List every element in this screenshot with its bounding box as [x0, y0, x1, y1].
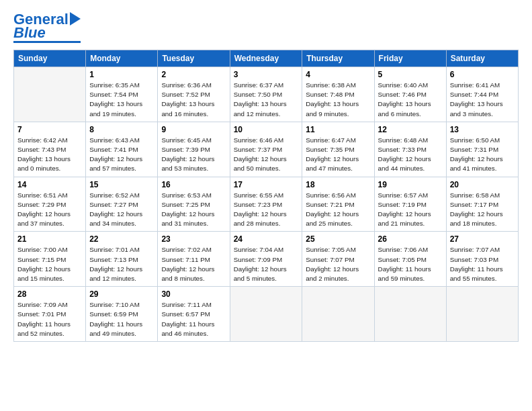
calendar-cell: 25Sunrise: 7:05 AMSunset: 7:07 PMDayligh…: [302, 232, 374, 287]
day-number: 1: [89, 70, 154, 79]
weekday-header-monday: Monday: [86, 50, 158, 67]
calendar-cell: 20Sunrise: 6:58 AMSunset: 7:17 PMDayligh…: [446, 177, 518, 232]
day-info: Sunrise: 6:36 AMSunset: 7:52 PMDaylight:…: [161, 81, 226, 119]
day-number: 3: [234, 70, 299, 79]
weekday-header-wednesday: Wednesday: [230, 50, 302, 67]
day-info: Sunrise: 7:05 AMSunset: 7:07 PMDaylight:…: [306, 245, 370, 283]
header: General Blue: [13, 12, 519, 43]
calendar-cell: 24Sunrise: 7:04 AMSunset: 7:09 PMDayligh…: [230, 232, 302, 287]
calendar-cell: 1Sunrise: 6:35 AMSunset: 7:54 PMDaylight…: [86, 67, 158, 122]
calendar-cell: 9Sunrise: 6:45 AMSunset: 7:39 PMDaylight…: [158, 122, 230, 177]
day-info: Sunrise: 6:42 AMSunset: 7:43 PMDaylight:…: [17, 136, 82, 174]
calendar-cell: 5Sunrise: 6:40 AMSunset: 7:46 PMDaylight…: [374, 67, 446, 122]
calendar-cell: 3Sunrise: 6:37 AMSunset: 7:50 PMDaylight…: [230, 67, 302, 122]
logo-blue-text: Blue: [13, 26, 46, 40]
day-number: 18: [306, 180, 370, 189]
day-info: Sunrise: 6:58 AMSunset: 7:17 PMDaylight:…: [450, 191, 515, 229]
calendar-cell: 28Sunrise: 7:09 AMSunset: 7:01 PMDayligh…: [14, 287, 86, 342]
day-info: Sunrise: 6:43 AMSunset: 7:41 PMDaylight:…: [89, 136, 154, 174]
calendar-cell: 18Sunrise: 6:56 AMSunset: 7:21 PMDayligh…: [302, 177, 374, 232]
day-number: 25: [306, 234, 370, 244]
day-number: 11: [306, 125, 370, 134]
day-number: 23: [161, 234, 226, 244]
day-info: Sunrise: 6:51 AMSunset: 7:29 PMDaylight:…: [17, 191, 82, 229]
day-number: 5: [378, 70, 443, 79]
day-info: Sunrise: 6:56 AMSunset: 7:21 PMDaylight:…: [306, 191, 370, 229]
day-number: 22: [89, 234, 154, 244]
day-number: 17: [234, 180, 299, 189]
day-number: 10: [234, 125, 299, 134]
day-info: Sunrise: 6:41 AMSunset: 7:44 PMDaylight:…: [450, 81, 515, 119]
day-number: 15: [89, 180, 154, 189]
calendar-cell: 22Sunrise: 7:01 AMSunset: 7:13 PMDayligh…: [86, 232, 158, 287]
calendar-cell: [14, 67, 86, 122]
day-number: 12: [378, 125, 443, 134]
day-number: 30: [161, 289, 226, 299]
calendar-cell: [446, 287, 518, 342]
week-row-5: 28Sunrise: 7:09 AMSunset: 7:01 PMDayligh…: [14, 287, 519, 342]
calendar-cell: 8Sunrise: 6:43 AMSunset: 7:41 PMDaylight…: [86, 122, 158, 177]
day-info: Sunrise: 7:10 AMSunset: 6:59 PMDaylight:…: [89, 300, 154, 338]
calendar-cell: 29Sunrise: 7:10 AMSunset: 6:59 PMDayligh…: [86, 287, 158, 342]
day-info: Sunrise: 7:01 AMSunset: 7:13 PMDaylight:…: [89, 245, 154, 283]
day-info: Sunrise: 7:11 AMSunset: 6:57 PMDaylight:…: [161, 300, 226, 338]
day-info: Sunrise: 7:02 AMSunset: 7:11 PMDaylight:…: [161, 245, 226, 283]
calendar-cell: 10Sunrise: 6:46 AMSunset: 7:37 PMDayligh…: [230, 122, 302, 177]
weekday-header-tuesday: Tuesday: [158, 50, 230, 67]
week-row-2: 7Sunrise: 6:42 AMSunset: 7:43 PMDaylight…: [14, 122, 519, 177]
day-info: Sunrise: 6:45 AMSunset: 7:39 PMDaylight:…: [161, 136, 226, 174]
day-info: Sunrise: 6:47 AMSunset: 7:35 PMDaylight:…: [306, 136, 370, 174]
day-number: 8: [89, 125, 154, 134]
weekday-header-saturday: Saturday: [446, 50, 518, 67]
day-info: Sunrise: 6:53 AMSunset: 7:25 PMDaylight:…: [161, 191, 226, 229]
day-info: Sunrise: 7:04 AMSunset: 7:09 PMDaylight:…: [234, 245, 299, 283]
calendar-cell: [302, 287, 374, 342]
day-info: Sunrise: 6:37 AMSunset: 7:50 PMDaylight:…: [234, 81, 299, 119]
day-info: Sunrise: 6:46 AMSunset: 7:37 PMDaylight:…: [234, 136, 299, 174]
calendar-cell: 6Sunrise: 6:41 AMSunset: 7:44 PMDaylight…: [446, 67, 518, 122]
weekday-header-thursday: Thursday: [302, 50, 374, 67]
weekday-header-row: SundayMondayTuesdayWednesdayThursdayFrid…: [14, 50, 519, 67]
calendar-cell: 16Sunrise: 6:53 AMSunset: 7:25 PMDayligh…: [158, 177, 230, 232]
calendar-cell: [230, 287, 302, 342]
calendar-cell: 7Sunrise: 6:42 AMSunset: 7:43 PMDaylight…: [14, 122, 86, 177]
calendar-cell: 17Sunrise: 6:55 AMSunset: 7:23 PMDayligh…: [230, 177, 302, 232]
day-info: Sunrise: 6:52 AMSunset: 7:27 PMDaylight:…: [89, 191, 154, 229]
day-info: Sunrise: 6:55 AMSunset: 7:23 PMDaylight:…: [234, 191, 299, 229]
calendar-cell: 21Sunrise: 7:00 AMSunset: 7:15 PMDayligh…: [14, 232, 86, 287]
day-info: Sunrise: 6:57 AMSunset: 7:19 PMDaylight:…: [378, 191, 443, 229]
calendar-cell: 23Sunrise: 7:02 AMSunset: 7:11 PMDayligh…: [158, 232, 230, 287]
day-info: Sunrise: 7:07 AMSunset: 7:03 PMDaylight:…: [450, 245, 515, 283]
day-number: 24: [234, 234, 299, 244]
calendar-cell: 14Sunrise: 6:51 AMSunset: 7:29 PMDayligh…: [14, 177, 86, 232]
logo-arrow-icon: [70, 12, 81, 26]
calendar-cell: 12Sunrise: 6:48 AMSunset: 7:33 PMDayligh…: [374, 122, 446, 177]
day-info: Sunrise: 7:09 AMSunset: 7:01 PMDaylight:…: [17, 300, 82, 338]
day-number: 26: [378, 234, 443, 244]
day-info: Sunrise: 6:50 AMSunset: 7:31 PMDaylight:…: [450, 136, 515, 174]
calendar-cell: 15Sunrise: 6:52 AMSunset: 7:27 PMDayligh…: [86, 177, 158, 232]
day-number: 16: [161, 180, 226, 189]
logo: General Blue: [13, 12, 81, 43]
day-number: 13: [450, 125, 515, 134]
page: General Blue SundayMondayTuesdayWednesda…: [0, 0, 532, 350]
day-info: Sunrise: 6:38 AMSunset: 7:48 PMDaylight:…: [306, 81, 370, 119]
day-number: 2: [161, 70, 226, 79]
calendar-cell: 19Sunrise: 6:57 AMSunset: 7:19 PMDayligh…: [374, 177, 446, 232]
calendar-cell: 4Sunrise: 6:38 AMSunset: 7:48 PMDaylight…: [302, 67, 374, 122]
calendar-cell: [374, 287, 446, 342]
day-info: Sunrise: 7:06 AMSunset: 7:05 PMDaylight:…: [378, 245, 443, 283]
calendar-cell: 26Sunrise: 7:06 AMSunset: 7:05 PMDayligh…: [374, 232, 446, 287]
day-number: 27: [450, 234, 515, 244]
day-number: 7: [17, 125, 82, 134]
day-info: Sunrise: 7:00 AMSunset: 7:15 PMDaylight:…: [17, 245, 82, 283]
calendar-cell: 27Sunrise: 7:07 AMSunset: 7:03 PMDayligh…: [446, 232, 518, 287]
week-row-4: 21Sunrise: 7:00 AMSunset: 7:15 PMDayligh…: [14, 232, 519, 287]
day-info: Sunrise: 6:35 AMSunset: 7:54 PMDaylight:…: [89, 81, 154, 119]
day-number: 20: [450, 180, 515, 189]
weekday-header-sunday: Sunday: [14, 50, 86, 67]
day-info: Sunrise: 6:48 AMSunset: 7:33 PMDaylight:…: [378, 136, 443, 174]
day-number: 29: [89, 289, 154, 299]
calendar-table: SundayMondayTuesdayWednesdayThursdayFrid…: [13, 50, 519, 342]
calendar-cell: 30Sunrise: 7:11 AMSunset: 6:57 PMDayligh…: [158, 287, 230, 342]
